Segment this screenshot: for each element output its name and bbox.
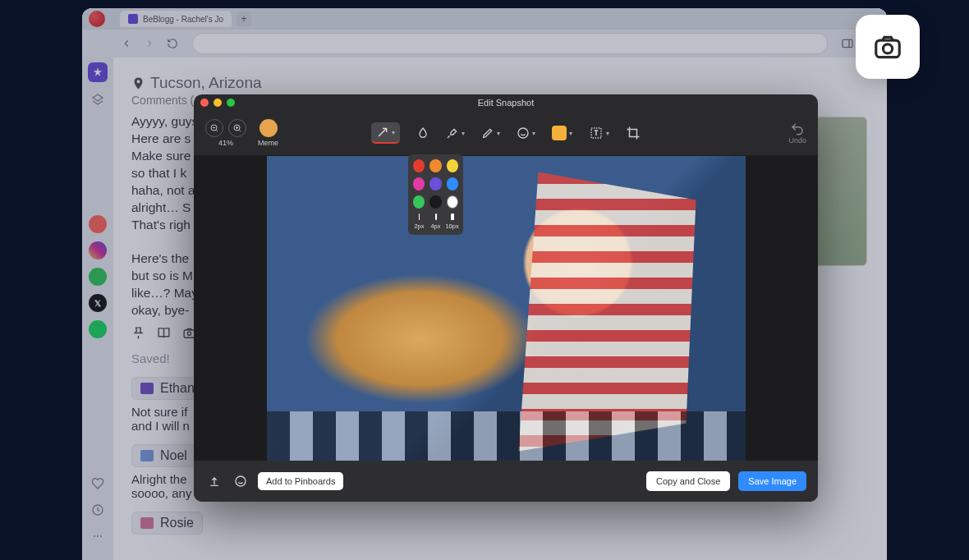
undo-button[interactable]: Undo: [788, 122, 806, 145]
sidebar-history-icon[interactable]: [89, 501, 107, 519]
smiley-icon: [517, 126, 530, 140]
sidebar-app-1-icon[interactable]: [89, 215, 107, 233]
edit-snapshot-dialog: Edit Snapshot 41% Meme ▾: [194, 94, 818, 502]
share-button[interactable]: [205, 472, 223, 490]
meme-icon: [259, 119, 278, 137]
sidebar-instagram-icon[interactable]: [89, 241, 107, 259]
svg-point-14: [518, 128, 528, 138]
text-tool-button[interactable]: ▾: [589, 126, 609, 140]
crop-tool-button[interactable]: [626, 126, 641, 140]
user-chip[interactable]: Ethan: [131, 377, 204, 400]
color-swatch[interactable]: [413, 177, 425, 190]
address-bar[interactable]: [192, 33, 828, 54]
meme-tool[interactable]: Meme: [258, 119, 278, 147]
opera-logo-icon: [89, 11, 105, 27]
chevron-down-icon: ▾: [569, 130, 572, 137]
zoom-level: 41%: [218, 139, 233, 147]
blur-tool-button[interactable]: [416, 126, 429, 140]
arrow-icon: [376, 126, 389, 139]
sidebar-grid-icon[interactable]: [89, 90, 107, 108]
arrow-tool-button[interactable]: ▾: [371, 122, 400, 144]
location-pin-icon: [131, 76, 145, 90]
location-line: Tucson, Arizona: [131, 74, 869, 92]
tab-title: BeBlogg - Rachel's Jo: [143, 15, 223, 24]
color-swatch[interactable]: [429, 177, 441, 190]
zoom-in-button[interactable]: [228, 119, 246, 137]
copy-and-close-button[interactable]: Copy and Close: [646, 471, 730, 491]
svg-rect-10: [876, 40, 900, 57]
dialog-title: Edit Snapshot: [194, 98, 818, 108]
browser-sidebar: 𝕏: [82, 57, 113, 560]
color-swatch[interactable]: [447, 159, 458, 172]
sidebar-spotify-icon[interactable]: [89, 320, 107, 338]
snapshot-footer: Add to Pinboards Copy and Close Save Ima…: [194, 461, 818, 502]
emoji-icon: [552, 126, 567, 140]
color-picker-popover: 2px4px10px: [408, 154, 463, 235]
crop-icon: [626, 126, 641, 140]
user-name: Noel: [160, 448, 187, 463]
tab-favicon-icon: [128, 14, 138, 24]
add-to-pinboards-button[interactable]: Add to Pinboards: [258, 472, 343, 490]
sticker-tool-button[interactable]: ▾: [517, 126, 535, 140]
stroke-option[interactable]: 10px: [447, 213, 458, 230]
user-chip[interactable]: Noel: [131, 444, 196, 467]
zoom-group: 41%: [205, 119, 246, 147]
svg-point-6: [97, 535, 99, 537]
browser-toolbar: [82, 30, 887, 57]
svg-point-5: [94, 535, 95, 537]
sidebar-x-icon[interactable]: 𝕏: [89, 294, 107, 312]
text-icon: [589, 126, 604, 140]
folder-icon: [140, 450, 154, 461]
nav-back-button[interactable]: [117, 34, 136, 53]
sidebar-whatsapp-icon[interactable]: [89, 268, 107, 286]
location-text: Tucson, Arizona: [150, 74, 262, 92]
sidebar-aria-icon[interactable]: [88, 62, 108, 82]
chevron-down-icon: ▾: [532, 130, 535, 137]
sidebar-heart-icon[interactable]: [89, 475, 107, 493]
book-icon[interactable]: [157, 326, 171, 340]
snapshot-launcher-button[interactable]: [856, 15, 920, 79]
color-swatch[interactable]: [413, 195, 425, 209]
chevron-down-icon: ▾: [392, 129, 395, 136]
zoom-out-button[interactable]: [205, 119, 223, 137]
chevron-down-icon: ▾: [606, 130, 609, 137]
stroke-option[interactable]: 2px: [414, 213, 425, 230]
svg-point-16: [236, 476, 246, 486]
highlighter-tool-button[interactable]: ▾: [446, 126, 465, 140]
emoji-tool-button[interactable]: ▾: [552, 126, 572, 140]
color-swatch[interactable]: [429, 159, 441, 172]
reload-button[interactable]: [163, 34, 182, 53]
svg-rect-8: [184, 330, 195, 337]
svg-point-7: [100, 535, 102, 537]
color-swatch[interactable]: [447, 177, 458, 190]
droplet-icon: [416, 126, 429, 140]
svg-rect-1: [843, 39, 852, 47]
chevron-down-icon: ▾: [462, 130, 465, 137]
camera-icon: [872, 31, 903, 62]
color-swatch[interactable]: [429, 195, 441, 209]
annotation-tools: ▾ ▾ ▾ ▾ ▾ ▾: [371, 122, 641, 144]
browser-titlebar: BeBlogg - Rachel's Jo +: [82, 8, 887, 30]
pin-icon[interactable]: [131, 326, 145, 340]
color-swatch[interactable]: [413, 159, 425, 172]
sidebar-more-icon[interactable]: [89, 527, 107, 545]
svg-point-9: [187, 332, 191, 335]
save-image-button[interactable]: Save Image: [738, 471, 806, 491]
highlighter-icon: [446, 126, 459, 140]
dialog-titlebar: Edit Snapshot: [194, 94, 818, 111]
stroke-option[interactable]: 4px: [430, 213, 442, 230]
snapshot-image: [267, 156, 746, 461]
svg-point-11: [883, 44, 892, 53]
user-name: Rosie: [160, 516, 194, 530]
pen-tool-button[interactable]: ▾: [481, 126, 500, 140]
sidebar-panel-icon[interactable]: [838, 34, 857, 53]
undo-icon: [790, 122, 805, 136]
nav-forward-button[interactable]: [140, 34, 159, 53]
color-swatch[interactable]: [447, 195, 458, 209]
emoji-picker-button[interactable]: [232, 472, 250, 490]
folder-icon: [140, 383, 154, 394]
snapshot-canvas[interactable]: [194, 155, 818, 461]
browser-tab[interactable]: BeBlogg - Rachel's Jo: [120, 11, 232, 27]
new-tab-button[interactable]: +: [237, 11, 251, 26]
user-chip[interactable]: Rosie: [131, 512, 203, 535]
